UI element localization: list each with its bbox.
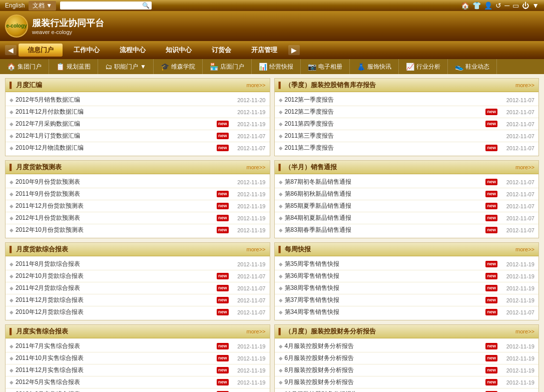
search-icon[interactable]: 🔍 — [142, 2, 150, 9]
row-link[interactable]: 2011年12月实售综合报表 — [16, 366, 214, 374]
more-link[interactable]: more>> — [515, 246, 534, 252]
row-link[interactable]: 2011年8月货款综合报表 — [16, 260, 229, 268]
row-link[interactable]: 4月服装控股财务分析报告 — [285, 342, 483, 350]
nav-item-work-center[interactable]: 工作中心 — [65, 44, 109, 57]
row-link[interactable]: 6月服装控股财务分析报告 — [285, 354, 483, 362]
sub-nav-function-portal[interactable]: 🗂 职能门户 ▼ — [98, 59, 154, 74]
row-link[interactable]: 2010年12月货款综合报表 — [16, 308, 214, 316]
row-date: 2012-11-19 — [231, 355, 266, 361]
row-link[interactable]: 2011年10月实售综合报表 — [16, 354, 214, 362]
row-link[interactable]: 2012年9月实售综合报表 — [16, 390, 214, 392]
nav-item-process-center[interactable]: 流程中心 — [111, 44, 155, 57]
more-link[interactable]: more>> — [247, 164, 266, 170]
more-link[interactable]: more>> — [247, 82, 266, 88]
bullet: ◆ — [10, 227, 14, 233]
nav-prev-button[interactable]: ◀ — [5, 45, 17, 55]
row-link[interactable]: 2011年12月货款综合报表 — [16, 296, 214, 304]
row-link[interactable]: 2011年12月付款数据汇编 — [16, 108, 229, 116]
row-link[interactable]: 2012年1月份货款预测表 — [16, 214, 214, 222]
row-link[interactable]: 2012年10月份货款预测表 — [16, 226, 214, 234]
row-link[interactable]: 第87期初冬新品销售通报 — [285, 178, 483, 186]
more-link[interactable]: more>> — [247, 328, 266, 334]
minus-icon[interactable]: ─ — [504, 2, 509, 10]
sub-nav-group-portal[interactable]: 🏠 集团门户 — [0, 59, 49, 74]
row-link[interactable]: 2012年5月销售数据汇编 — [16, 96, 229, 104]
lang-switch[interactable]: English — [5, 2, 25, 9]
nav-item-store-mgmt[interactable]: 开店管理 — [242, 44, 286, 57]
sub-nav-business-report[interactable]: 📊 经营快报 — [252, 59, 301, 74]
row-date: 2012-11-07 — [231, 145, 266, 151]
row-link[interactable]: 第84期初夏新品销售通报 — [285, 214, 483, 222]
row-link[interactable]: 2011年7月实售综合报表 — [16, 342, 214, 350]
home-icon[interactable]: 🏠 — [461, 2, 469, 10]
row-link[interactable]: 8月服装控股财务分析报告 — [285, 366, 483, 374]
bullet: ◆ — [10, 379, 14, 385]
panel-header-monthly-compilation: 月度汇编 more>> — [6, 79, 270, 92]
list-item: ◆ 第85期夏季新品销售通报 new 2012-11-07 — [275, 200, 539, 212]
more-link[interactable]: more>> — [515, 82, 534, 88]
bullet: ◆ — [10, 109, 14, 115]
sub-nav-fashion-news[interactable]: 👗 服饰快讯 — [350, 59, 399, 74]
row-link[interactable]: 第83期春季新品销售通报 — [285, 226, 483, 234]
new-badge: new — [485, 355, 497, 361]
list-item: ◆ 第84期初夏新品销售通报 new 2012-11-07 — [275, 212, 539, 224]
panel-body: ◆ 2010年9月份货款预测表 2012-11-19 ◆ 2011年9月份货款预… — [6, 174, 270, 238]
list-item: ◆ 2011年12月份货款预测表 new 2012-11-19 — [6, 200, 270, 212]
list-item: ◆ 第35周零售销售快报 new 2012-11-19 — [275, 258, 539, 270]
list-item: ◆ 2012年5月实售综合报表 new 2012-11-19 — [6, 376, 270, 388]
list-item: ◆ 6月服装控股财务分析报告 new 2012-11-19 — [275, 352, 539, 364]
row-link[interactable]: 2012年7月采购数据汇编 — [16, 120, 214, 128]
nav-item-info-portal[interactable]: 信息门户 — [19, 44, 63, 57]
sub-nav-store-portal[interactable]: 🏪 店面门户 — [203, 59, 252, 74]
chevron-icon[interactable]: ▼ — [532, 2, 539, 10]
nav-item-knowledge-center[interactable]: 知识中心 — [157, 44, 201, 57]
more-link[interactable]: more>> — [515, 328, 534, 334]
more-link[interactable]: more>> — [247, 246, 266, 252]
sub-nav-blueprint[interactable]: 📋 规划蓝图 — [49, 59, 98, 74]
row-link[interactable]: 2012年1月订货数据汇编 — [16, 132, 214, 140]
bullet: ◆ — [10, 145, 14, 151]
row-link[interactable]: 第37周零售销售快报 — [285, 296, 483, 304]
search-box[interactable]: 🔍 — [60, 2, 152, 10]
row-link[interactable]: 第35周零售销售快报 — [285, 260, 483, 268]
browser-icon[interactable]: ▭ — [512, 2, 519, 10]
row-link[interactable]: 2012年10月货款综合报表 — [16, 272, 214, 280]
doc-button[interactable]: 文档 ▼ — [29, 1, 56, 11]
refresh-icon[interactable]: ↺ — [495, 2, 501, 10]
row-link[interactable]: 2011第二季度报告 — [285, 144, 483, 152]
row-link[interactable]: 第34周零售销售快报 — [285, 308, 483, 316]
sub-nav-photo-album[interactable]: 📷 电子相册 — [301, 59, 350, 74]
panel-body: ◆ 2011年8月货款综合报表 2012-11-19 ◆ 2012年10月货款综… — [6, 256, 270, 320]
power-icon[interactable]: ⏻ — [522, 2, 529, 10]
row-date: 2012-11-07 — [499, 203, 534, 209]
row-link[interactable]: 2011第四季度报告 — [285, 120, 483, 128]
row-link[interactable]: 第38周零售销售快报 — [285, 284, 483, 292]
nav-item-order-fair[interactable]: 订货会 — [203, 44, 240, 57]
row-link[interactable]: 2011第三季度报告 — [285, 132, 498, 140]
list-item: ◆ 8月服装控股财务分析报告 new 2012-11-19 — [275, 364, 539, 376]
sub-nav-industry-analysis[interactable]: 📈 行业分析 — [399, 59, 448, 74]
row-link[interactable]: 第85期夏季新品销售通报 — [285, 202, 483, 210]
row-link[interactable]: 第36周零售销售快报 — [285, 272, 483, 280]
search-input[interactable] — [62, 2, 142, 9]
row-link[interactable]: 第86期初秋新品销售通报 — [285, 190, 483, 198]
row-link[interactable]: 2010年9月份货款预测表 — [16, 178, 229, 186]
bullet: ◆ — [10, 285, 14, 291]
row-link[interactable]: 11月服装控股财务分析报告 — [285, 390, 483, 392]
sub-nav-shoe-news[interactable]: 👟 鞋业动态 — [448, 59, 497, 74]
row-link[interactable]: 2012年5月实售综合报表 — [16, 378, 214, 386]
row-link[interactable]: 2012第一季度报告 — [285, 96, 498, 104]
row-link[interactable]: 2012第二季度报告 — [285, 108, 483, 116]
row-link[interactable]: 2011年2月货款综合报表 — [16, 284, 214, 292]
shirt-icon[interactable]: 👕 — [472, 2, 481, 10]
row-link[interactable]: 9月服装控股财务分析报告 — [285, 378, 483, 386]
toolbar-icons: 🏠 👕 👤 ↺ ─ ▭ ⏻ ▼ — [461, 2, 539, 10]
list-item: ◆ 2012第一季度报告 2012-11-07 — [275, 94, 539, 106]
more-link[interactable]: more>> — [515, 164, 534, 170]
user-icon[interactable]: 👤 — [484, 2, 492, 10]
row-link[interactable]: 2011年12月份货款预测表 — [16, 202, 214, 210]
row-link[interactable]: 2010年12月物流数据汇编 — [16, 144, 214, 152]
sub-nav-academy[interactable]: 🎓 维森学院 — [154, 59, 203, 74]
nav-next-button[interactable]: ▶ — [288, 45, 300, 55]
row-link[interactable]: 2011年9月份货款预测表 — [16, 190, 214, 198]
